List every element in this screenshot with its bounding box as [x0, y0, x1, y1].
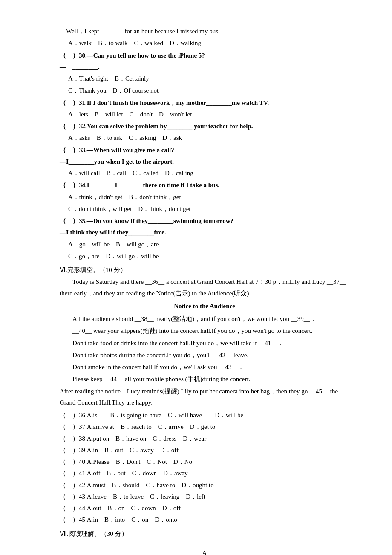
- q34-optCD: C．don't think，will get D．think，don't get: [68, 203, 349, 214]
- notice3: Don't take food or drinks into the conce…: [60, 338, 349, 349]
- q43: （ ）43.A.leave B．to leave C．leaving D．lef…: [60, 491, 349, 502]
- q33-dash: —I________you when I get to the airport.: [60, 156, 349, 167]
- q37: （ ）37.A.arrive at B．reach to C．arrive D．…: [60, 421, 349, 432]
- q33-options: A．will call B．call C．called D．calling: [68, 168, 349, 179]
- q33-stem: （ ）33.—When will you give me a call?: [60, 145, 349, 156]
- q29-options: A．walk B．to walk C．walked D．walking: [68, 38, 349, 49]
- section6-title: Ⅵ.完形填空。（10 分）: [60, 264, 349, 275]
- q38: （ ）38.A.put on B．have on C．dress D．wear: [60, 433, 349, 444]
- q32-options: A．asks B．to ask C．asking D．ask: [68, 132, 349, 143]
- q34-optAB: A．think，didn't get B．don't think，get: [68, 191, 349, 202]
- q35-optCD: C．go，are D．will go，will be: [68, 251, 349, 262]
- notice2: __40__ wear your slippers(拖鞋) into the c…: [60, 325, 349, 336]
- q44: （ ）44.A.out B．on C．down D．off: [60, 503, 349, 514]
- q30-dash: — ________.: [60, 61, 349, 72]
- notice6: Please keep __44__ all your mobile phone…: [60, 373, 349, 384]
- q31-stem: （ ）31.If I don't finish the housework，my…: [60, 97, 349, 108]
- passage1: Today is Saturday and there __36__ a con…: [60, 276, 349, 299]
- q32-stem: （ ）32.You can solve the problem by______…: [60, 121, 349, 132]
- q35-dash: —I think they will if they________free.: [60, 227, 349, 238]
- notice7: After reading the notice，Lucy reminds(提醒…: [60, 386, 349, 408]
- q31-options: A．lets B．will let C．don't D．won't let: [68, 109, 349, 120]
- q30-opt2: C．Thank you D．Of course not: [68, 85, 349, 96]
- notice5: Don't smoke in the concert hall.If you d…: [60, 361, 349, 373]
- intro-line: —Well，I kept________for an hour because …: [60, 26, 349, 37]
- q30-stem: （ ）30.—Can you tell me how to use the iP…: [60, 50, 349, 61]
- notice1: All the audience should __38__ neatly(整洁…: [60, 313, 349, 324]
- q36: （ ）36.A.is B．is going to have C．will hav…: [60, 410, 349, 421]
- q35-stem: （ ）35.—Do you know if they________swimmi…: [60, 215, 349, 226]
- q42: （ ）42.A.must B．should C．have to D．ought …: [60, 480, 349, 491]
- notice-title: Notice to the Audience: [60, 301, 349, 312]
- q30-opt1: A．That's right B．Certainly: [68, 73, 349, 84]
- q45: （ ）45.A.in B．into C．on D．onto: [60, 514, 349, 525]
- section7-title: Ⅶ.阅读理解。（30 分）: [60, 528, 349, 539]
- q39: （ ）39.A.in B．out C．away D．off: [60, 445, 349, 456]
- q40: （ ）40.A.Please B．Don't C．Not D．No: [60, 456, 349, 467]
- q35-optAB: A．go，will be B．will go，are: [68, 239, 349, 250]
- q34-stem: （ ）34.I________I________there on time if…: [60, 179, 349, 191]
- page-label: A: [60, 548, 349, 555]
- page-content: —Well，I kept________for an hour because …: [60, 26, 349, 539]
- notice4: Don't take photos during the concert.If …: [60, 350, 349, 361]
- q41: （ ）41.A.off B．out C．down D．away: [60, 468, 349, 479]
